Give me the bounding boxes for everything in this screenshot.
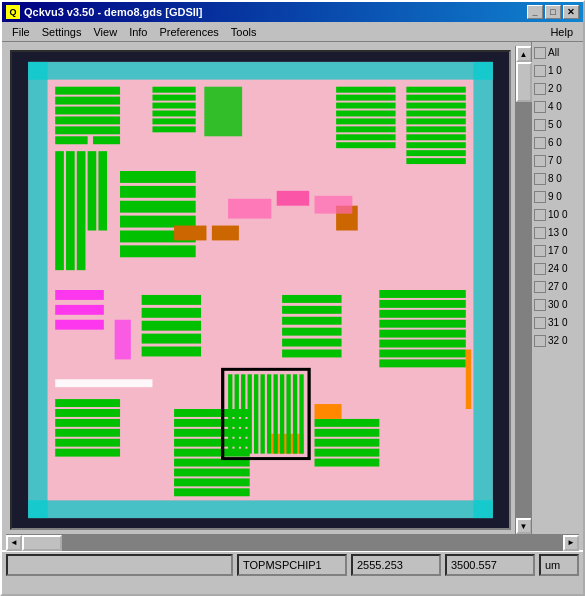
horizontal-scrollbar[interactable]: ◄ ► xyxy=(6,534,579,550)
svg-rect-99 xyxy=(228,374,232,453)
svg-rect-63 xyxy=(379,310,465,318)
svg-rect-73 xyxy=(282,339,341,347)
layer-checkbox-2[interactable] xyxy=(534,83,546,95)
layer-item-0[interactable]: All xyxy=(534,44,581,61)
svg-rect-50 xyxy=(174,226,206,241)
scroll-right-button[interactable]: ► xyxy=(563,535,579,551)
layer-item-8[interactable]: 9 0 xyxy=(534,188,581,205)
layer-checkbox-14[interactable] xyxy=(534,299,546,311)
menu-preferences[interactable]: Preferences xyxy=(154,23,225,41)
layer-checkbox-13[interactable] xyxy=(534,281,546,293)
layer-checkbox-4[interactable] xyxy=(534,119,546,131)
svg-rect-90 xyxy=(315,419,380,427)
layer-item-4[interactable]: 5 0 xyxy=(534,116,581,133)
menu-info[interactable]: Info xyxy=(123,23,153,41)
layer-item-13[interactable]: 27 0 xyxy=(534,278,581,295)
svg-rect-44 xyxy=(120,171,196,183)
layer-checkbox-3[interactable] xyxy=(534,101,546,113)
svg-rect-71 xyxy=(282,317,341,325)
svg-rect-45 xyxy=(120,186,196,198)
svg-rect-61 xyxy=(379,290,465,298)
title-bar: Q Qckvu3 v3.50 - demo8.gds [GDSII] _ □ ✕ xyxy=(2,2,583,22)
layer-checkbox-11[interactable] xyxy=(534,245,546,257)
close-button[interactable]: ✕ xyxy=(563,5,579,19)
svg-rect-112 xyxy=(277,191,309,206)
svg-rect-66 xyxy=(379,340,465,348)
minimize-button[interactable]: _ xyxy=(527,5,543,19)
layer-checkbox-15[interactable] xyxy=(534,317,546,329)
svg-rect-57 xyxy=(142,308,201,318)
layer-label-10: 13 0 xyxy=(548,227,567,238)
scroll-left-button[interactable]: ◄ xyxy=(6,535,22,551)
layer-item-3[interactable]: 4 0 xyxy=(534,98,581,115)
layer-label-5: 6 0 xyxy=(548,137,562,148)
layer-checkbox-12[interactable] xyxy=(534,263,546,275)
svg-rect-19 xyxy=(152,126,195,132)
layer-checkbox-16[interactable] xyxy=(534,335,546,347)
h-scroll-track[interactable] xyxy=(22,535,563,551)
coord2-field: 3500.557 xyxy=(445,554,535,576)
layer-checkbox-8[interactable] xyxy=(534,191,546,203)
layer-checkbox-0[interactable] xyxy=(534,47,546,59)
layer-checkbox-9[interactable] xyxy=(534,209,546,221)
svg-rect-72 xyxy=(282,328,341,336)
svg-rect-103 xyxy=(254,374,258,453)
layer-label-9: 10 0 xyxy=(548,209,567,220)
v-scroll-track[interactable] xyxy=(516,62,532,518)
menu-help[interactable]: Help xyxy=(544,23,579,41)
svg-rect-30 xyxy=(406,95,465,101)
h-scroll-thumb[interactable] xyxy=(22,535,62,551)
svg-rect-25 xyxy=(336,118,395,124)
layer-checkbox-10[interactable] xyxy=(534,227,546,239)
menu-file[interactable]: File xyxy=(6,23,36,41)
v-scroll-thumb[interactable] xyxy=(516,62,532,102)
svg-rect-88 xyxy=(174,478,250,486)
layer-checkbox-1[interactable] xyxy=(534,65,546,77)
menu-view[interactable]: View xyxy=(87,23,123,41)
layer-item-2[interactable]: 2 0 xyxy=(534,80,581,97)
svg-rect-64 xyxy=(379,320,465,328)
layer-item-5[interactable]: 6 0 xyxy=(534,134,581,151)
layer-item-15[interactable]: 31 0 xyxy=(534,314,581,331)
scroll-up-button[interactable]: ▲ xyxy=(516,46,532,62)
vertical-scrollbar[interactable]: ▲ ▼ xyxy=(515,46,531,534)
chip-canvas-area[interactable] xyxy=(10,50,511,530)
svg-rect-22 xyxy=(336,95,395,101)
layer-checkbox-7[interactable] xyxy=(534,173,546,185)
layer-item-6[interactable]: 7 0 xyxy=(534,152,581,169)
window-title: Qckvu3 v3.50 - demo8.gds [GDSII] xyxy=(24,6,203,18)
svg-rect-87 xyxy=(174,469,250,477)
svg-rect-104 xyxy=(261,374,265,453)
chip-name-field: TOPMSPCHIP1 xyxy=(237,554,347,576)
svg-rect-28 xyxy=(336,142,395,148)
menu-tools[interactable]: Tools xyxy=(225,23,263,41)
svg-rect-2 xyxy=(28,62,493,80)
svg-rect-46 xyxy=(120,201,196,213)
maximize-button[interactable]: □ xyxy=(545,5,561,19)
layer-item-9[interactable]: 10 0 xyxy=(534,206,581,223)
svg-rect-27 xyxy=(336,134,395,140)
layer-item-11[interactable]: 17 0 xyxy=(534,242,581,259)
layer-item-12[interactable]: 24 0 xyxy=(534,260,581,277)
layer-checkbox-5[interactable] xyxy=(534,137,546,149)
svg-rect-34 xyxy=(406,126,465,132)
layer-item-14[interactable]: 30 0 xyxy=(534,296,581,313)
layer-item-7[interactable]: 8 0 xyxy=(534,170,581,187)
layer-item-10[interactable]: 13 0 xyxy=(534,224,581,241)
svg-rect-100 xyxy=(235,374,239,453)
menu-settings[interactable]: Settings xyxy=(36,23,88,41)
svg-rect-43 xyxy=(98,151,107,230)
svg-rect-39 xyxy=(55,151,64,270)
scroll-down-button[interactable]: ▼ xyxy=(516,518,532,534)
coord1-field: 2555.253 xyxy=(351,554,441,576)
layer-item-1[interactable]: 1 0 xyxy=(534,62,581,79)
chip-svg xyxy=(12,52,509,528)
layer-label-12: 24 0 xyxy=(548,263,567,274)
svg-rect-115 xyxy=(466,350,471,410)
layer-item-16[interactable]: 32 0 xyxy=(534,332,581,349)
layer-checkbox-6[interactable] xyxy=(534,155,546,167)
svg-rect-21 xyxy=(336,87,395,93)
svg-rect-80 xyxy=(55,449,120,457)
svg-rect-29 xyxy=(406,87,465,93)
svg-rect-20 xyxy=(204,87,242,137)
